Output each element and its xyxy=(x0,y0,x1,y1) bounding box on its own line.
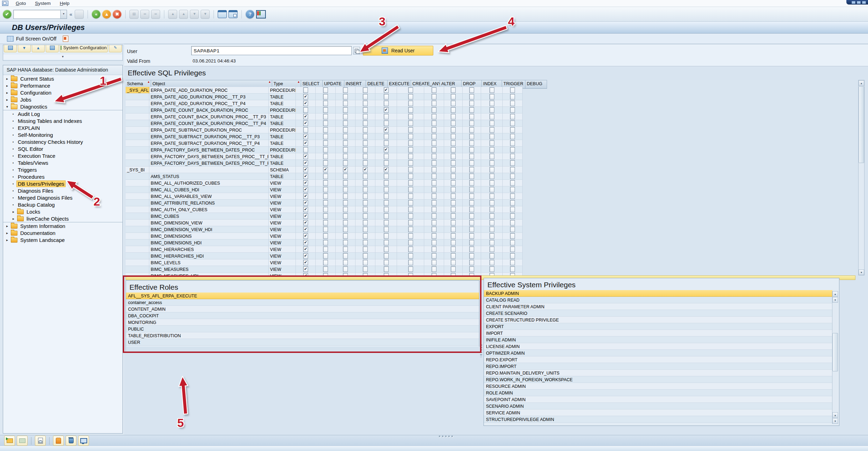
checkbox[interactable] xyxy=(469,94,474,99)
checkbox[interactable] xyxy=(323,246,328,252)
checkbox[interactable] xyxy=(451,114,456,119)
checkbox[interactable] xyxy=(469,107,474,113)
checkbox[interactable] xyxy=(510,127,515,133)
checkbox[interactable] xyxy=(303,107,308,113)
checkbox[interactable] xyxy=(408,240,413,245)
checkbox[interactable] xyxy=(451,260,456,265)
checkbox[interactable] xyxy=(343,114,348,119)
checkbox[interactable] xyxy=(432,193,436,199)
role-row[interactable]: MONITORING xyxy=(126,319,479,326)
table-row[interactable]: BIMC_HIERARCHIESVIEW✔ xyxy=(126,246,523,253)
checkbox[interactable] xyxy=(363,140,368,146)
checkbox[interactable]: ✔ xyxy=(303,246,308,252)
checkbox[interactable] xyxy=(469,213,474,219)
checkbox[interactable] xyxy=(510,233,515,239)
checkbox[interactable]: ✔ xyxy=(303,200,308,206)
checkbox[interactable] xyxy=(363,87,368,93)
checkbox[interactable] xyxy=(469,87,474,93)
scroll-down-icon[interactable]: ▼ xyxy=(832,418,838,424)
type-cell[interactable]: VIEW xyxy=(269,259,296,266)
checkbox[interactable] xyxy=(489,240,494,245)
twisty-icon[interactable]: ▸ xyxy=(5,98,9,102)
checkbox[interactable] xyxy=(363,240,368,245)
schema-cell[interactable] xyxy=(126,140,149,147)
checkbox[interactable] xyxy=(489,173,494,179)
menu-item-goto[interactable]: Goto xyxy=(11,1,30,6)
checkbox[interactable] xyxy=(469,167,474,172)
checkbox[interactable] xyxy=(510,140,515,146)
sidebar-item-system-landscape[interactable]: ▸System Landscape xyxy=(3,236,122,243)
checkbox[interactable] xyxy=(343,246,348,252)
table-row[interactable]: ERPA_DATE_ADD_DURATION_PROC__TT_P3TABLE✔ xyxy=(126,94,523,100)
checkbox[interactable] xyxy=(469,140,474,146)
table-row[interactable]: _SYS_AFLERPA_DATE_ADD_DURATION_PROCPROCE… xyxy=(126,87,523,94)
checkbox[interactable] xyxy=(432,240,436,245)
change-display-icon[interactable] xyxy=(63,36,68,42)
checkbox[interactable] xyxy=(489,260,494,265)
sidebar-item-livecache-objects[interactable]: ▸liveCache Objects xyxy=(3,215,122,222)
type-cell[interactable]: VIEW xyxy=(269,266,296,273)
checkbox[interactable] xyxy=(384,260,389,265)
checkbox[interactable] xyxy=(489,160,494,166)
schema-cell[interactable] xyxy=(126,259,149,266)
checkbox[interactable] xyxy=(323,193,328,199)
checkbox[interactable] xyxy=(432,207,436,212)
checkbox[interactable] xyxy=(432,213,436,219)
table-row[interactable]: BIMC_HIERARCHIES_HDIVIEW✔ xyxy=(126,253,523,259)
checkbox[interactable] xyxy=(363,147,368,153)
checkbox[interactable] xyxy=(323,173,328,179)
checkbox[interactable] xyxy=(408,120,413,126)
checkbox[interactable] xyxy=(363,134,368,139)
type-cell[interactable]: TABLE xyxy=(269,153,296,160)
checkbox[interactable] xyxy=(432,187,436,192)
object-cell[interactable]: BIMC_DIMENSION_VIEW xyxy=(149,220,269,226)
checkbox[interactable] xyxy=(510,120,515,126)
system-privilege-row[interactable]: BACKUP ADMIN xyxy=(484,290,832,297)
table-row[interactable]: BIMC_AUTH_ONLY_CUBESVIEW✔ xyxy=(126,206,523,213)
checkbox[interactable] xyxy=(323,107,328,113)
checkbox[interactable] xyxy=(323,240,328,245)
twisty-icon[interactable]: ▸ xyxy=(5,77,9,81)
checkbox[interactable] xyxy=(363,233,368,239)
sidebar-item-performance[interactable]: ▸Performance xyxy=(3,82,122,89)
sidebar-item-system-information[interactable]: ▸System Information xyxy=(3,222,122,229)
panel-splitter[interactable] xyxy=(480,345,482,357)
checkbox[interactable] xyxy=(469,207,474,212)
object-cell[interactable]: ERPA_FACTORY_DAYS_BETWEEN_DATES_PROC__TT… xyxy=(149,153,269,160)
checkbox[interactable] xyxy=(489,227,494,232)
checkbox[interactable] xyxy=(384,94,389,99)
checkbox[interactable]: ✔ xyxy=(303,273,308,275)
layout-icon[interactable] xyxy=(4,45,17,52)
schema-cell[interactable] xyxy=(126,253,149,259)
schema-cell[interactable] xyxy=(126,273,149,275)
checkbox[interactable] xyxy=(489,107,494,113)
checkbox[interactable] xyxy=(432,160,436,166)
schema-cell[interactable] xyxy=(126,239,149,246)
checkbox[interactable] xyxy=(323,94,328,99)
checkbox[interactable] xyxy=(510,253,515,259)
checkbox[interactable] xyxy=(510,147,515,153)
checkbox[interactable] xyxy=(489,127,494,133)
checkbox[interactable] xyxy=(451,167,456,172)
checkbox[interactable] xyxy=(343,266,348,272)
checkbox[interactable]: ✔ xyxy=(384,147,389,153)
views-icon[interactable] xyxy=(46,45,59,52)
checkbox[interactable] xyxy=(343,200,348,206)
checkbox[interactable] xyxy=(432,246,436,252)
checkbox[interactable] xyxy=(469,273,474,275)
schema-cell[interactable] xyxy=(126,180,149,186)
object-cell[interactable]: ERPA_DATE_COUNT_BACK_DURATION_PROC__TT_P… xyxy=(149,113,269,120)
checkbox[interactable] xyxy=(489,187,494,192)
checkbox[interactable] xyxy=(408,127,413,133)
checkbox[interactable] xyxy=(363,207,368,212)
twisty-icon[interactable]: ▸ xyxy=(5,231,9,235)
checkbox[interactable]: ✔ xyxy=(303,160,308,166)
type-cell[interactable]: TABLE xyxy=(269,173,296,180)
checkbox[interactable] xyxy=(510,220,515,226)
checkbox[interactable] xyxy=(469,266,474,272)
table-row[interactable]: ERPA_DATE_COUNT_BACK_DURATION_PROCPROCED… xyxy=(126,107,523,113)
checkbox[interactable]: ✔ xyxy=(303,227,308,232)
checkbox[interactable] xyxy=(343,134,348,139)
checkbox[interactable] xyxy=(363,154,368,159)
twisty-icon[interactable]: ▸ xyxy=(5,238,9,242)
